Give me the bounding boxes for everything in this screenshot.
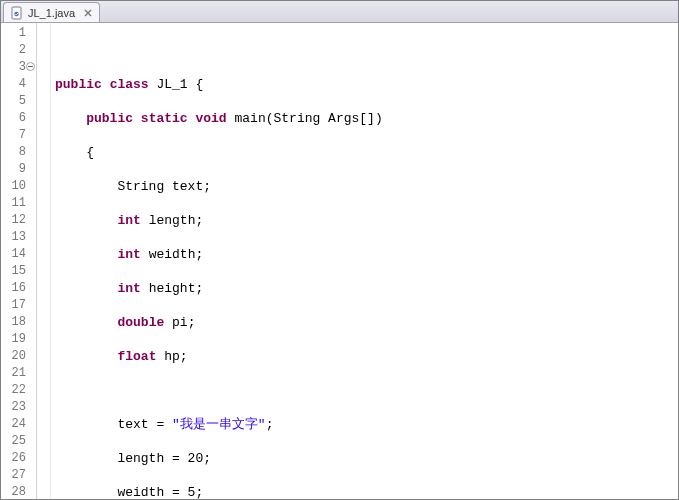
code-area[interactable]: public class JL_1 { public static void m… bbox=[51, 23, 678, 499]
line-number: 16 bbox=[1, 280, 36, 297]
line-number: 23 bbox=[1, 399, 36, 416]
line-gutter: 1234567891011121314151617181920212223242… bbox=[1, 23, 37, 499]
code-line: int weidth; bbox=[55, 246, 678, 263]
line-number: 10 bbox=[1, 178, 36, 195]
line-number: 25 bbox=[1, 433, 36, 450]
code-line: double pi; bbox=[55, 314, 678, 331]
line-number: 2 bbox=[1, 42, 36, 59]
code-line bbox=[55, 42, 678, 59]
line-number: 8 bbox=[1, 144, 36, 161]
line-number: 1 bbox=[1, 25, 36, 42]
line-number: 13 bbox=[1, 229, 36, 246]
line-number: 11 bbox=[1, 195, 36, 212]
code-line: { bbox=[55, 144, 678, 161]
line-number: 6 bbox=[1, 110, 36, 127]
code-line: float hp; bbox=[55, 348, 678, 365]
code-line bbox=[55, 382, 678, 399]
line-number: 21 bbox=[1, 365, 36, 382]
code-line: String text; bbox=[55, 178, 678, 195]
editor-tab[interactable]: JL_1.java bbox=[3, 2, 100, 22]
line-number: 24 bbox=[1, 416, 36, 433]
code-line: int length; bbox=[55, 212, 678, 229]
code-line: public static void main(String Args[]) bbox=[55, 110, 678, 127]
line-number: 19 bbox=[1, 331, 36, 348]
line-number: 5 bbox=[1, 93, 36, 110]
line-number: 7 bbox=[1, 127, 36, 144]
line-number: 18 bbox=[1, 314, 36, 331]
folding-strip bbox=[37, 23, 51, 499]
line-number: 17 bbox=[1, 297, 36, 314]
line-number: 3 bbox=[1, 59, 36, 76]
svg-point-1 bbox=[14, 11, 18, 15]
tab-bar: JL_1.java bbox=[1, 1, 678, 23]
line-number: 26 bbox=[1, 450, 36, 467]
code-line: text = "我是一串文字"; bbox=[55, 416, 678, 433]
line-number: 28 bbox=[1, 484, 36, 499]
line-number: 12 bbox=[1, 212, 36, 229]
line-number: 4 bbox=[1, 76, 36, 93]
tab-label: JL_1.java bbox=[28, 7, 75, 19]
line-number: 27 bbox=[1, 467, 36, 484]
fold-collapse-icon[interactable] bbox=[26, 62, 35, 71]
code-line: length = 20; bbox=[55, 450, 678, 467]
code-line: weidth = 5; bbox=[55, 484, 678, 499]
line-number: 14 bbox=[1, 246, 36, 263]
java-file-icon bbox=[10, 6, 24, 20]
line-number: 15 bbox=[1, 263, 36, 280]
code-line: int height; bbox=[55, 280, 678, 297]
line-number: 22 bbox=[1, 382, 36, 399]
close-icon[interactable] bbox=[83, 8, 93, 18]
line-number: 9 bbox=[1, 161, 36, 178]
code-line: public class JL_1 { bbox=[55, 76, 678, 93]
code-editor[interactable]: 1234567891011121314151617181920212223242… bbox=[1, 23, 678, 499]
line-number: 20 bbox=[1, 348, 36, 365]
